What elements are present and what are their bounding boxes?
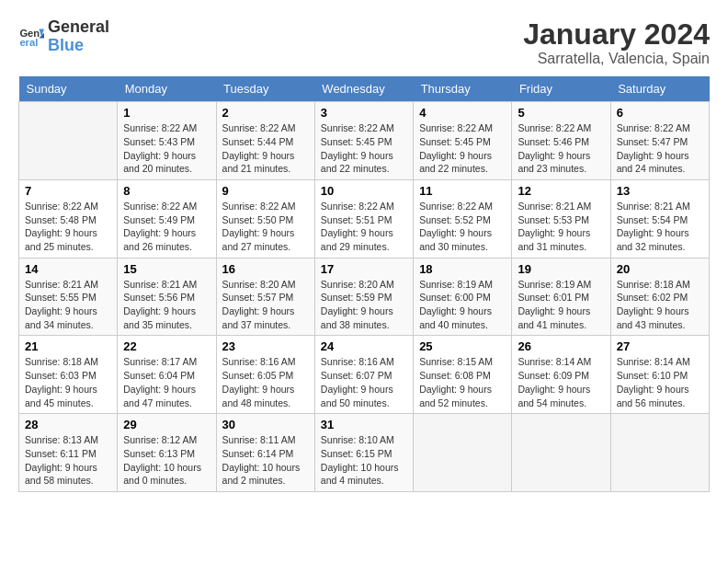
day-number: 29 (123, 418, 210, 431)
calendar-cell: 30Sunrise: 8:11 AM Sunset: 6:14 PM Dayli… (216, 414, 314, 492)
day-number: 8 (123, 184, 210, 198)
day-number: 5 (518, 106, 604, 120)
day-number: 26 (518, 339, 604, 353)
day-info: Sunrise: 8:18 AM Sunset: 6:03 PM Dayligh… (25, 355, 111, 409)
calendar-cell: 22Sunrise: 8:17 AM Sunset: 6:04 PM Dayli… (118, 336, 216, 414)
calendar-cell: 10Sunrise: 8:22 AM Sunset: 5:51 PM Dayli… (314, 179, 413, 258)
calendar-cell: 9Sunrise: 8:22 AM Sunset: 5:50 PM Daylig… (216, 179, 314, 258)
day-info: Sunrise: 8:22 AM Sunset: 5:49 PM Dayligh… (123, 200, 210, 254)
calendar-cell: 3Sunrise: 8:22 AM Sunset: 5:45 PM Daylig… (314, 102, 413, 180)
day-header-thursday: Thursday (414, 76, 512, 102)
day-info: Sunrise: 8:21 AM Sunset: 5:56 PM Dayligh… (123, 278, 210, 332)
day-info: Sunrise: 8:14 AM Sunset: 6:09 PM Dayligh… (518, 355, 604, 409)
calendar-cell: 12Sunrise: 8:21 AM Sunset: 5:53 PM Dayli… (512, 179, 610, 258)
day-number: 20 (617, 262, 703, 276)
calendar-cell: 13Sunrise: 8:21 AM Sunset: 5:54 PM Dayli… (610, 179, 709, 258)
svg-text:eral: eral (19, 37, 38, 48)
calendar-cell: 7Sunrise: 8:22 AM Sunset: 5:48 PM Daylig… (19, 179, 118, 258)
day-info: Sunrise: 8:15 AM Sunset: 6:08 PM Dayligh… (419, 355, 506, 409)
day-info: Sunrise: 8:19 AM Sunset: 6:01 PM Dayligh… (518, 278, 604, 332)
calendar-cell: 2Sunrise: 8:22 AM Sunset: 5:44 PM Daylig… (216, 102, 314, 180)
calendar-cell: 15Sunrise: 8:21 AM Sunset: 5:56 PM Dayli… (118, 258, 216, 336)
day-number: 14 (25, 262, 111, 276)
day-header-tuesday: Tuesday (216, 76, 314, 102)
day-number: 17 (321, 262, 407, 276)
day-number: 19 (518, 262, 604, 276)
day-info: Sunrise: 8:22 AM Sunset: 5:45 PM Dayligh… (321, 121, 407, 176)
calendar-cell: 18Sunrise: 8:19 AM Sunset: 6:00 PM Dayli… (414, 258, 512, 336)
day-info: Sunrise: 8:21 AM Sunset: 5:54 PM Dayligh… (617, 200, 703, 254)
day-info: Sunrise: 8:10 AM Sunset: 6:15 PM Dayligh… (321, 433, 407, 488)
week-row-4: 21Sunrise: 8:18 AM Sunset: 6:03 PM Dayli… (19, 336, 710, 414)
calendar-cell: 5Sunrise: 8:22 AM Sunset: 5:46 PM Daylig… (512, 102, 610, 180)
day-number: 1 (123, 106, 210, 120)
day-number: 28 (25, 418, 111, 431)
day-number: 16 (222, 262, 309, 276)
day-number: 7 (25, 184, 111, 198)
day-number: 13 (617, 184, 703, 198)
calendar-cell: 29Sunrise: 8:12 AM Sunset: 6:13 PM Dayli… (118, 414, 216, 492)
day-info: Sunrise: 8:22 AM Sunset: 5:44 PM Dayligh… (222, 121, 309, 176)
day-number: 24 (321, 339, 407, 353)
calendar-header-row: SundayMondayTuesdayWednesdayThursdayFrid… (19, 76, 710, 102)
day-info: Sunrise: 8:16 AM Sunset: 6:07 PM Dayligh… (321, 355, 407, 409)
calendar-table: SundayMondayTuesdayWednesdayThursdayFrid… (18, 76, 710, 492)
day-number: 10 (321, 184, 407, 198)
day-info: Sunrise: 8:22 AM Sunset: 5:45 PM Dayligh… (419, 121, 506, 176)
day-info: Sunrise: 8:13 AM Sunset: 6:11 PM Dayligh… (25, 433, 111, 488)
calendar-cell: 23Sunrise: 8:16 AM Sunset: 6:05 PM Dayli… (216, 336, 314, 414)
day-info: Sunrise: 8:22 AM Sunset: 5:46 PM Dayligh… (518, 121, 604, 176)
day-number: 4 (419, 106, 506, 120)
calendar-cell: 26Sunrise: 8:14 AM Sunset: 6:09 PM Dayli… (512, 336, 610, 414)
day-number: 12 (518, 184, 604, 198)
day-info: Sunrise: 8:14 AM Sunset: 6:10 PM Dayligh… (617, 355, 703, 409)
day-info: Sunrise: 8:22 AM Sunset: 5:43 PM Dayligh… (123, 121, 210, 176)
day-number: 6 (617, 106, 703, 120)
day-info: Sunrise: 8:12 AM Sunset: 6:13 PM Dayligh… (123, 433, 210, 488)
day-header-sunday: Sunday (19, 76, 118, 102)
day-info: Sunrise: 8:21 AM Sunset: 5:53 PM Dayligh… (518, 200, 604, 254)
calendar-cell: 14Sunrise: 8:21 AM Sunset: 5:55 PM Dayli… (19, 258, 118, 336)
page-header: Gen eral General Blue January 2024 Sarra… (18, 18, 710, 67)
calendar-body: 1Sunrise: 8:22 AM Sunset: 5:43 PM Daylig… (19, 102, 710, 492)
day-header-saturday: Saturday (610, 76, 709, 102)
calendar-cell: 11Sunrise: 8:22 AM Sunset: 5:52 PM Dayli… (414, 179, 512, 258)
calendar-cell: 8Sunrise: 8:22 AM Sunset: 5:49 PM Daylig… (118, 179, 216, 258)
day-number: 23 (222, 339, 309, 353)
title-section: January 2024 Sarratella, Valencia, Spain (523, 18, 710, 67)
calendar-cell: 20Sunrise: 8:18 AM Sunset: 6:02 PM Dayli… (610, 258, 709, 336)
logo-text-line2: Blue (48, 37, 109, 55)
calendar-cell: 24Sunrise: 8:16 AM Sunset: 6:07 PM Dayli… (314, 336, 413, 414)
calendar-cell: 19Sunrise: 8:19 AM Sunset: 6:01 PM Dayli… (512, 258, 610, 336)
calendar-cell: 17Sunrise: 8:20 AM Sunset: 5:59 PM Dayli… (314, 258, 413, 336)
day-number: 11 (419, 184, 506, 198)
calendar-cell: 31Sunrise: 8:10 AM Sunset: 6:15 PM Dayli… (314, 414, 413, 492)
week-row-1: 1Sunrise: 8:22 AM Sunset: 5:43 PM Daylig… (19, 102, 710, 180)
day-info: Sunrise: 8:16 AM Sunset: 6:05 PM Dayligh… (222, 355, 309, 409)
day-info: Sunrise: 8:22 AM Sunset: 5:51 PM Dayligh… (321, 200, 407, 254)
calendar-cell: 25Sunrise: 8:15 AM Sunset: 6:08 PM Dayli… (414, 336, 512, 414)
day-number: 15 (123, 262, 210, 276)
day-number: 31 (321, 418, 407, 431)
logo-icon: Gen eral (18, 24, 44, 50)
calendar-cell: 6Sunrise: 8:22 AM Sunset: 5:47 PM Daylig… (610, 102, 709, 180)
calendar-cell: 1Sunrise: 8:22 AM Sunset: 5:43 PM Daylig… (118, 102, 216, 180)
day-number: 30 (222, 418, 309, 431)
day-number: 2 (222, 106, 309, 120)
day-header-monday: Monday (118, 76, 216, 102)
calendar-cell (610, 414, 709, 492)
calendar-cell: 21Sunrise: 8:18 AM Sunset: 6:03 PM Dayli… (19, 336, 118, 414)
month-title: January 2024 (523, 18, 710, 51)
day-number: 21 (25, 339, 111, 353)
logo-text-line1: General (48, 18, 109, 37)
day-header-wednesday: Wednesday (314, 76, 413, 102)
day-info: Sunrise: 8:19 AM Sunset: 6:00 PM Dayligh… (419, 278, 506, 332)
calendar-cell (512, 414, 610, 492)
day-number: 3 (321, 106, 407, 120)
day-info: Sunrise: 8:20 AM Sunset: 5:57 PM Dayligh… (222, 278, 309, 332)
calendar-cell (414, 414, 512, 492)
day-number: 25 (419, 339, 506, 353)
week-row-2: 7Sunrise: 8:22 AM Sunset: 5:48 PM Daylig… (19, 179, 710, 258)
day-info: Sunrise: 8:17 AM Sunset: 6:04 PM Dayligh… (123, 355, 210, 409)
calendar-cell: 28Sunrise: 8:13 AM Sunset: 6:11 PM Dayli… (19, 414, 118, 492)
